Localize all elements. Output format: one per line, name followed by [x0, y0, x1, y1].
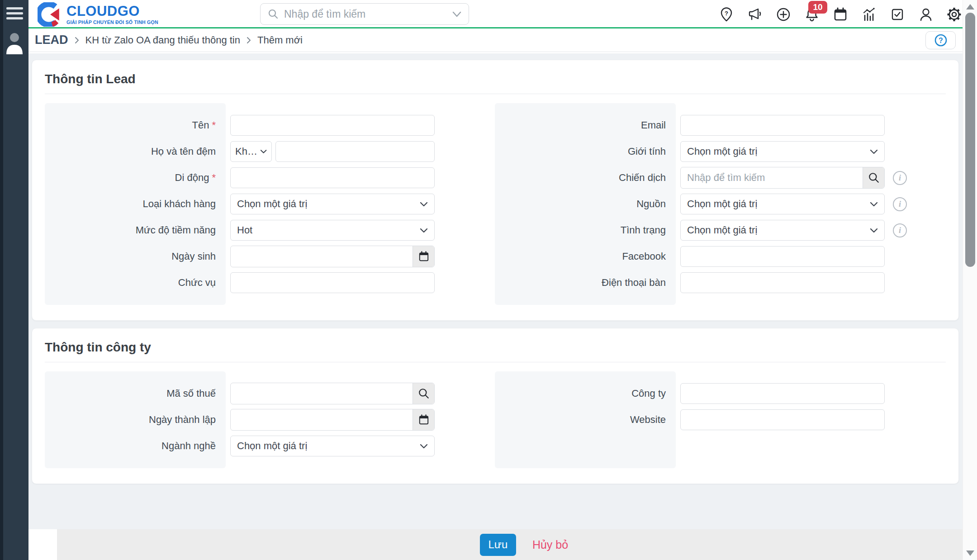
field-row-muc-do-tiem-nang: Mức độ tiềm năng Hot	[45, 220, 435, 241]
save-button[interactable]: Lưu	[480, 534, 516, 556]
company-section-title: Thông tin công ty	[45, 328, 946, 355]
svg-text:?: ?	[725, 10, 728, 17]
field-label: Loại khách hàng	[143, 198, 216, 209]
field-row-dien-thoai-ban: Điện thoại bàn	[495, 272, 885, 293]
global-search	[260, 3, 469, 25]
field-label: Họ và tên đệm	[151, 146, 216, 157]
ngay-thanh-lap-input[interactable]	[231, 409, 413, 430]
ma-so-thue-input[interactable]	[231, 383, 413, 404]
info-icon[interactable]: i	[893, 171, 907, 185]
sidebar-user-icon[interactable]	[5, 32, 24, 57]
field-row-nguon: Nguồn Chọn một giá trị i	[495, 194, 885, 214]
field-label: Di động	[175, 172, 209, 183]
field-label: Ngày thành lập	[149, 414, 216, 425]
email-input[interactable]	[680, 115, 885, 136]
dien-thoai-ban-input[interactable]	[680, 272, 885, 293]
help-question-icon: ?	[934, 33, 948, 47]
field-row-di-dong: Di động*	[45, 167, 435, 188]
select-value: Chọn một giá trị	[237, 440, 307, 452]
field-row-website: Website	[495, 409, 885, 430]
breadcrumb-root[interactable]: LEAD	[35, 33, 68, 47]
tasks-checkbox-icon[interactable]	[889, 6, 905, 22]
cloudgo-logo[interactable]: CLOUDGO GIẢI PHÁP CHUYỂN ĐỔI SỐ TINH GỌN	[38, 2, 158, 27]
loai-khach-hang-select[interactable]: Chọn một giá trị	[230, 194, 435, 214]
field-label: Chiến dịch	[619, 172, 666, 183]
nguon-select[interactable]: Chọn một giá trị	[680, 194, 885, 214]
field-row-ngay-thanh-lap: Ngày thành lập	[45, 409, 435, 430]
required-mark: *	[212, 172, 216, 183]
ten-input[interactable]	[230, 115, 435, 136]
analytics-chart-icon[interactable]	[861, 6, 877, 22]
tinh-trang-select[interactable]: Chọn một giá trị	[680, 220, 885, 241]
global-search-input[interactable]	[284, 8, 447, 20]
website-input[interactable]	[680, 409, 885, 430]
field-label: Website	[630, 414, 666, 425]
field-label: Tình trạng	[621, 224, 666, 236]
select-value: Khô...	[235, 146, 260, 157]
field-row-email: Email	[495, 115, 885, 136]
field-row-ma-so-thue: Mã số thuế	[45, 383, 435, 404]
field-label: Nguồn	[636, 198, 666, 209]
select-value: Chọn một giá trị	[237, 198, 307, 210]
nganh-nghe-select[interactable]: Chọn một giá trị	[230, 436, 435, 456]
field-label: Ngày sinh	[171, 251, 216, 262]
calendar-icon	[418, 414, 430, 426]
cancel-button[interactable]: Hủy bỏ	[532, 538, 568, 551]
breadcrumb-item-current: Thêm mới	[257, 34, 303, 46]
calendar-icon	[418, 251, 430, 262]
field-label: Giới tính	[628, 146, 666, 157]
notifications-bell-icon[interactable]: 10	[804, 6, 820, 22]
scrollbar-thumb[interactable]	[965, 13, 975, 267]
ngay-sinh-input[interactable]	[231, 246, 413, 267]
field-label: Ngành nghề	[161, 440, 216, 451]
chuc-vu-input[interactable]	[230, 272, 435, 293]
muc-do-tiem-nang-select[interactable]: Hot	[230, 220, 435, 241]
hamburger-menu-icon[interactable]	[6, 7, 23, 22]
required-mark: *	[212, 119, 216, 131]
user-profile-icon[interactable]	[918, 6, 934, 22]
ho-va-ten-dem-input[interactable]	[275, 141, 435, 162]
field-label: Tên	[192, 119, 209, 131]
info-icon[interactable]: i	[893, 197, 907, 211]
search-icon	[868, 172, 880, 184]
breadcrumb: LEAD KH từ Zalo OA đang thiếu thông tin …	[28, 28, 977, 52]
add-circle-icon[interactable]	[775, 6, 791, 22]
field-label: Mã số thuế	[166, 388, 216, 399]
scroll-down-arrow[interactable]	[966, 551, 974, 556]
field-label: Chức vụ	[178, 277, 216, 288]
megaphone-icon[interactable]	[747, 6, 763, 22]
scroll-up-arrow[interactable]	[966, 4, 974, 9]
ho-va-ten-dem-prefix-select[interactable]: Khô...	[230, 141, 272, 162]
di-dong-input[interactable]	[230, 167, 435, 188]
facebook-input[interactable]	[680, 246, 885, 267]
company-info-card: Thông tin công ty Mã số thuế	[32, 328, 959, 484]
vertical-scrollbar[interactable]	[963, 0, 977, 560]
field-row-cong-ty: Công ty	[495, 383, 885, 404]
location-pin-icon[interactable]: ?	[718, 6, 734, 22]
cong-ty-input[interactable]	[680, 383, 885, 404]
cloudgo-logo-icon	[38, 2, 62, 27]
page-content: Thông tin Lead Tên* Họ và tên đệm K	[28, 53, 977, 529]
info-icon[interactable]: i	[893, 223, 907, 237]
search-icon	[268, 9, 279, 19]
breadcrumb-item[interactable]: KH từ Zalo OA đang thiếu thông tin	[85, 34, 241, 46]
top-icon-bar: ?	[718, 6, 962, 22]
company-left-column: Mã số thuế	[45, 371, 435, 468]
breadcrumb-chevron-icon	[246, 36, 251, 44]
ngay-sinh-calendar-button[interactable]	[413, 246, 434, 267]
calendar-icon[interactable]	[832, 6, 848, 22]
settings-gear-icon[interactable]	[946, 6, 962, 22]
search-scope-chevron-icon[interactable]	[452, 11, 461, 17]
chien-dich-search-button[interactable]	[863, 167, 884, 188]
left-sidebar	[0, 0, 28, 560]
field-row-loai-khach-hang: Loại khách hàng Chọn một giá trị	[45, 194, 435, 214]
gioi-tinh-select[interactable]: Chọn một giá trị	[680, 141, 885, 162]
ma-so-thue-search-button[interactable]	[413, 383, 434, 404]
chien-dich-input[interactable]	[681, 167, 863, 188]
field-row-ngay-sinh: Ngày sinh	[45, 246, 435, 267]
field-row-tinh-trang: Tình trạng Chọn một giá trị i	[495, 220, 885, 241]
ngay-thanh-lap-calendar-button[interactable]	[413, 409, 434, 430]
field-row-ho-va-ten-dem: Họ và tên đệm Khô...	[45, 141, 435, 162]
search-icon	[418, 388, 430, 399]
help-button[interactable]: ?	[925, 31, 956, 49]
